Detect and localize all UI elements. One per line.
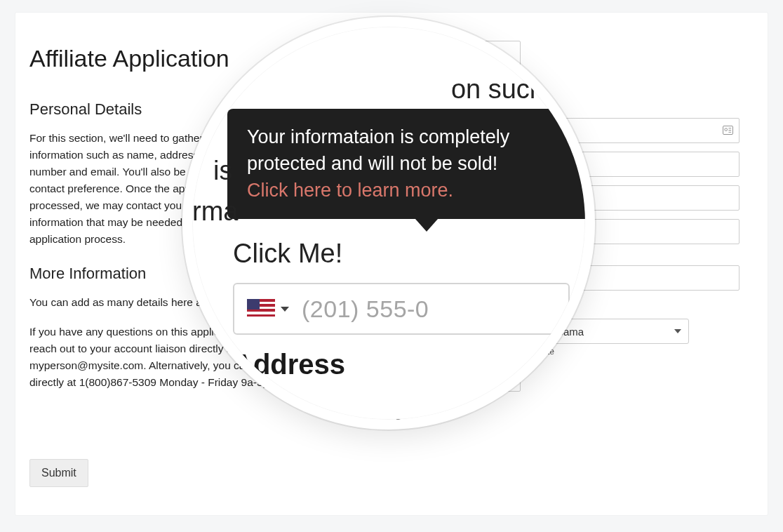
contact-card-icon	[723, 125, 732, 133]
tooltip-learn-more-link[interactable]: Click here to learn more.	[247, 180, 453, 201]
phone-input-magnified[interactable]: (201) 555-0	[233, 283, 570, 335]
mag-text-fragment-2: is	[213, 156, 232, 186]
caret-down-icon	[281, 307, 289, 312]
country-flag-selector[interactable]	[234, 284, 302, 333]
magnifier-lens: on such Your informataion is completely …	[182, 17, 595, 430]
submit-button[interactable]: Submit	[29, 459, 88, 487]
svg-point-1	[725, 128, 728, 131]
mag-text-fragment-1: on such	[233, 74, 544, 105]
mag-text-fragment-3: rma	[192, 197, 238, 227]
state-label: State	[535, 347, 689, 357]
us-flag-icon	[247, 299, 275, 319]
address-heading-magnified: Address	[233, 349, 544, 380]
tooltip-text: Your informataion is completely protecte…	[247, 126, 509, 174]
magnifier-content: on such Your informataion is completely …	[192, 27, 585, 420]
phone-placeholder: (201) 555-0	[302, 295, 429, 323]
code-label-fragment: Code	[394, 416, 420, 428]
click-me-label[interactable]: Click Me!	[233, 239, 544, 269]
info-tooltip: Your informataion is completely protecte…	[227, 109, 592, 219]
